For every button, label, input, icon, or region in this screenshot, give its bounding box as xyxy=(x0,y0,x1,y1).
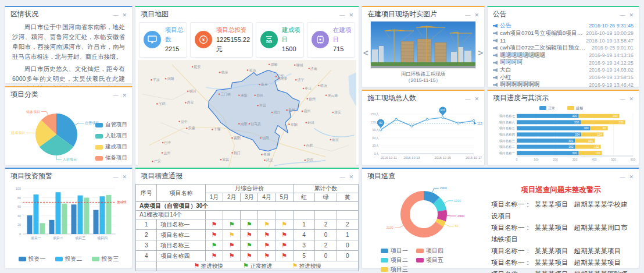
minimize-icon[interactable]: — xyxy=(465,12,470,18)
svg-text:2016-10-17: 2016-10-17 xyxy=(466,156,482,159)
construction-site-photo[interactable] xyxy=(370,21,476,69)
stacked-bar-segment[interactable] xyxy=(517,120,581,124)
stacked-bar-segment[interactable] xyxy=(517,133,581,137)
bar[interactable] xyxy=(106,195,112,234)
bar[interactable] xyxy=(34,194,39,234)
legend-item[interactable]: 项目二 xyxy=(381,256,408,264)
flag-icon: ⚑ xyxy=(243,262,249,269)
bar[interactable] xyxy=(49,220,55,234)
announcement-item[interactable]: 嗯嗯嗯嗯嗯嗯嗯嗯2016-9-19 14:13:16 xyxy=(493,52,634,59)
data-point[interactable] xyxy=(395,118,398,120)
announcement-time: 2016-9-19 14:12:25 xyxy=(589,60,634,66)
legend-item[interactable]: 项目一 xyxy=(381,247,408,255)
svg-text:380: 380 xyxy=(584,126,589,130)
minimize-icon[interactable]: — xyxy=(339,174,345,180)
close-icon[interactable]: ✕ xyxy=(122,174,127,180)
announcement-item[interactable]: cwh项目0722二次编辑项目预立项状态改变为..2016-9-25 9:01:… xyxy=(493,44,634,52)
bar[interactable] xyxy=(40,223,45,234)
svg-text:90: 90 xyxy=(603,126,606,130)
audit-table: 序号项目名称月综合评价累计个数1月2月3月4月5月红绿黄A类项目（自管项目）30… xyxy=(135,184,359,271)
legend-item[interactable]: 项目三 xyxy=(381,265,408,273)
close-icon[interactable]: ✕ xyxy=(474,96,479,102)
coin-icon: ¥ xyxy=(195,31,212,48)
stat-card[interactable]: 项目总数2215 xyxy=(139,22,187,58)
legend-item[interactable]: 项目四 xyxy=(416,247,443,255)
minimize-icon[interactable]: — xyxy=(465,96,470,102)
close-icon[interactable]: ✕ xyxy=(122,12,127,18)
stat-card[interactable]: ¥项目总投资1225155.22元 xyxy=(190,22,253,58)
carousel-prev-arrow[interactable]: < xyxy=(363,48,368,58)
stacked-bar-segment[interactable] xyxy=(517,151,579,155)
legend-swatch[interactable] xyxy=(567,106,574,110)
dashboard: 区情状况 —✕ 周口市位于中国河南省东南部，地处沙河、颍河、贾鲁河交汇处，东临安… xyxy=(0,0,644,273)
data-point[interactable] xyxy=(411,125,413,127)
stat-card[interactable]: 5G建成项目1500 xyxy=(256,22,304,58)
announcement-item[interactable]: 小红2016-9-19 13:58:15 xyxy=(493,74,634,81)
legend-item[interactable]: 投资三 xyxy=(92,255,119,263)
minimize-icon[interactable]: — xyxy=(113,12,118,18)
stacked-bar-segment[interactable] xyxy=(517,126,591,130)
minimize-icon[interactable]: — xyxy=(339,12,345,18)
svg-text:1000: 1000 xyxy=(454,199,461,203)
bar[interactable] xyxy=(94,210,99,234)
svg-text:320: 320 xyxy=(572,151,577,155)
bar[interactable] xyxy=(62,204,67,234)
svg-text:0: 0 xyxy=(516,158,518,161)
stacked-bar-segment[interactable] xyxy=(517,139,575,143)
legend-item[interactable]: 自管项目 xyxy=(95,121,127,129)
bar[interactable] xyxy=(56,192,61,234)
flag-icon: ⚑ xyxy=(246,231,252,238)
legend-item[interactable]: 建成项目 xyxy=(95,143,127,151)
photo-caption: 周口环铁路工程现场 xyxy=(362,71,484,77)
close-icon[interactable]: ✕ xyxy=(629,174,634,180)
bar[interactable] xyxy=(78,196,83,234)
monitor-icon xyxy=(144,31,161,48)
panel-inspection: 项目巡查 —✕ 290010002900502100 项目一项目二项目三项目四项… xyxy=(362,168,639,268)
announcement-item[interactable]: 112016-10-19 13:58:47 xyxy=(493,37,634,44)
stacked-bar-segment[interactable] xyxy=(517,145,575,149)
data-point[interactable] xyxy=(457,122,460,125)
flag-icon: ⚑ xyxy=(194,262,199,269)
legend-item[interactable]: 投资二 xyxy=(55,255,83,263)
minimize-icon[interactable]: — xyxy=(113,174,118,180)
data-point[interactable] xyxy=(426,118,428,120)
announcement-item[interactable]: cwh项目0701号立项编辑0项目预立项状态改变..2016-10-19 10:… xyxy=(493,30,634,37)
close-icon[interactable]: ✕ xyxy=(474,12,479,18)
announcement-item[interactable]: 大白2016-9-19 14:03:02 xyxy=(493,66,634,74)
bar[interactable] xyxy=(84,198,90,234)
announcement-item[interactable]: 啊啊啊啊啊啊啊2016-9-19 13:46:42 xyxy=(493,81,634,89)
stat-card[interactable]: 在建项目715 xyxy=(307,22,355,58)
legend-item[interactable]: 投资一 xyxy=(19,255,46,263)
svg-text:30人: 30人 xyxy=(372,144,379,147)
legend-swatch[interactable] xyxy=(539,106,546,110)
stat-card-value: 2215 xyxy=(165,44,184,54)
close-icon[interactable]: ✕ xyxy=(349,174,353,180)
close-icon[interactable]: ✕ xyxy=(349,12,353,18)
carousel-next-arrow[interactable]: > xyxy=(478,48,483,58)
svg-text:2016-10-13: 2016-10-13 xyxy=(403,156,420,159)
city-dot xyxy=(330,139,332,141)
close-icon[interactable]: ✕ xyxy=(629,12,634,18)
svg-text:项目名称六: 项目名称六 xyxy=(499,120,516,125)
stacked-bar-segment[interactable] xyxy=(517,114,579,118)
province-map[interactable]: 延安临汾长治邯郸聊城济南菏泽济宁枣庄临沂连云港徐州宿州淮安蚌埠南京合肥安庆武汉孝… xyxy=(137,60,357,168)
bar[interactable] xyxy=(71,204,77,234)
close-icon[interactable]: ✕ xyxy=(122,93,127,98)
city-dot xyxy=(156,103,158,105)
bar[interactable] xyxy=(27,215,33,234)
data-point[interactable] xyxy=(473,120,475,122)
announcement-item[interactable]: 呵呵呵呵2016-9-19 14:12:25 xyxy=(493,59,634,66)
minimize-icon[interactable]: — xyxy=(620,12,625,18)
minimize-icon[interactable]: — xyxy=(620,96,625,102)
legend-item[interactable]: 入驻项目 xyxy=(95,132,127,140)
legend-item[interactable]: 储备项目 xyxy=(95,154,127,162)
minimize-icon[interactable]: — xyxy=(113,93,118,98)
minimize-icon[interactable]: — xyxy=(620,174,625,180)
announcement-item[interactable]: 公告2016-10-26 9:31:45 xyxy=(493,22,634,30)
panel-title: 在建项目现场时实图片 xyxy=(367,9,437,19)
panel-investment-warning: 项目投资预警 —✕ 020406080100项目一项目二项目三项目四警戒线 投资… xyxy=(5,168,133,268)
data-point[interactable] xyxy=(380,129,382,131)
close-icon[interactable]: ✕ xyxy=(629,96,634,102)
legend-item[interactable]: 项目五 xyxy=(416,256,443,264)
data-point[interactable] xyxy=(442,116,444,119)
